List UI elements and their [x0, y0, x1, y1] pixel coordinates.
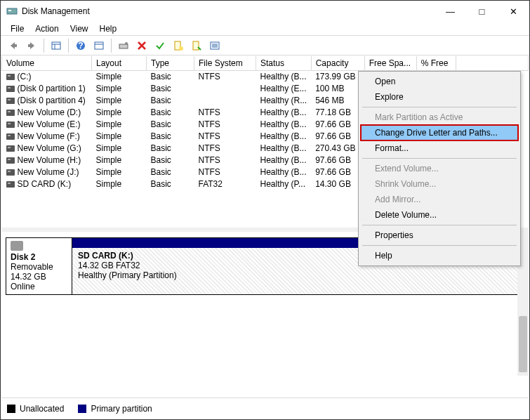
svg-rect-2	[14, 44, 17, 47]
cell-layout: Simple	[92, 83, 147, 95]
volume-name: (Disk 0 partition 1)	[18, 84, 86, 93]
col-type[interactable]: Type	[147, 56, 194, 70]
cell-status: Healthy (B...	[256, 155, 312, 166]
close-button[interactable]: ✕	[498, 1, 529, 22]
disk-name: Disk 2	[11, 252, 67, 262]
drive-icon	[6, 98, 15, 104]
ctx-change-drive-letter[interactable]: Change Drive Letter and Paths...	[361, 125, 518, 140]
cell-type: Basic	[147, 178, 194, 190]
drive-icon	[6, 133, 15, 140]
menu-file[interactable]: File	[5, 22, 29, 35]
cell-status: Healthy (B...	[256, 143, 312, 155]
cell-type: Basic	[147, 107, 194, 119]
col-spacer	[456, 56, 528, 70]
drive-icon	[6, 169, 15, 176]
help-button[interactable]: ?	[72, 37, 89, 54]
ctx-delete[interactable]: Delete Volume...	[361, 207, 518, 223]
cell-capacity: 97.66 GB	[311, 166, 364, 178]
ctx-format[interactable]: Format...	[361, 140, 518, 156]
legend-primary: Primary partition	[91, 404, 152, 414]
svg-text:?: ?	[78, 41, 83, 51]
toolbar: ?	[1, 36, 529, 55]
list-button[interactable]	[206, 37, 223, 54]
cell-layout: Simple	[92, 95, 147, 107]
volume-name: New Volume (D:)	[18, 107, 81, 117]
col-fs[interactable]: File System	[194, 56, 256, 70]
svg-rect-15	[193, 41, 199, 50]
scrollbar-thumb[interactable]	[519, 316, 527, 372]
svg-point-12	[125, 42, 128, 45]
minimize-button[interactable]: —	[435, 1, 466, 22]
ctx-explore[interactable]: Explore	[361, 89, 518, 105]
ctx-properties[interactable]: Properties	[361, 228, 518, 243]
cell-layout: Simple	[92, 70, 147, 83]
swatch-unallocated	[7, 405, 15, 413]
cell-fs: FAT32	[194, 178, 256, 190]
cell-fs: NTFS	[194, 131, 256, 143]
properties-button[interactable]	[188, 37, 205, 54]
cell-fs: NTFS	[194, 143, 256, 155]
svg-rect-1	[8, 10, 11, 11]
cell-type: Basic	[147, 143, 194, 155]
check-button[interactable]	[152, 37, 168, 54]
cell-type: Basic	[147, 83, 194, 95]
col-pct[interactable]: % Free	[416, 56, 456, 70]
cell-layout: Simple	[92, 131, 147, 143]
volume-name: (C:)	[18, 72, 32, 81]
ctx-help[interactable]: Help	[361, 248, 518, 263]
partition-status: Healthy (Primary Partition)	[78, 270, 518, 280]
drive-icon	[6, 122, 15, 128]
swatch-primary	[78, 405, 86, 413]
col-status[interactable]: Status	[256, 56, 312, 70]
col-capacity[interactable]: Capacity	[311, 56, 364, 70]
cell-status: Healthy (E...	[256, 83, 312, 95]
cell-type: Basic	[147, 166, 194, 178]
legend: Unallocated Primary partition	[1, 398, 529, 419]
delete-button[interactable]	[133, 37, 150, 54]
cell-capacity: 77.18 GB	[311, 107, 364, 119]
cell-layout: Simple	[92, 119, 147, 131]
maximize-button[interactable]: □	[466, 1, 498, 22]
cell-status: Healthy (B...	[256, 70, 312, 83]
new-button[interactable]	[170, 37, 187, 54]
cell-fs: NTFS	[194, 155, 256, 166]
ctx-shrink: Shrink Volume...	[361, 176, 518, 192]
volume-name: (Disk 0 partition 4)	[18, 96, 86, 105]
menu-action[interactable]: Action	[29, 22, 64, 35]
cell-capacity: 97.66 GB	[311, 119, 364, 131]
menu-help[interactable]: Help	[94, 22, 123, 35]
cell-capacity: 270.43 GB	[311, 143, 364, 155]
col-free[interactable]: Free Spa...	[364, 56, 416, 70]
cell-status: Healthy (P...	[256, 178, 312, 190]
col-volume[interactable]: Volume	[2, 56, 92, 70]
drive-icon	[6, 145, 15, 152]
forward-button[interactable]	[23, 37, 40, 54]
disk-icon	[11, 241, 23, 251]
legend-unallocated: Unallocated	[20, 404, 64, 414]
volume-name: New Volume (E:)	[18, 119, 81, 129]
cell-status: Healthy (B...	[256, 107, 312, 119]
col-layout[interactable]: Layout	[92, 56, 147, 70]
cell-capacity: 546 MB	[311, 95, 364, 107]
back-button[interactable]	[5, 37, 22, 54]
disk-state: Online	[11, 282, 67, 291]
show-hide-console-button[interactable]	[48, 37, 65, 54]
refresh-button[interactable]	[115, 37, 132, 54]
cell-status: Healthy (B...	[256, 119, 312, 131]
cell-fs: NTFS	[194, 70, 256, 83]
drive-icon	[6, 157, 15, 164]
disk-header[interactable]: Disk 2 Removable 14.32 GB Online	[6, 237, 72, 295]
volume-name: New Volume (F:)	[18, 131, 80, 141]
cell-capacity: 97.66 GB	[311, 131, 364, 143]
cell-fs	[194, 95, 256, 107]
ctx-extend: Extend Volume...	[361, 161, 518, 176]
menu-view[interactable]: View	[65, 22, 94, 35]
cell-layout: Simple	[92, 178, 147, 190]
ctx-open[interactable]: Open	[361, 74, 518, 89]
title-bar: Disk Management — □ ✕	[1, 1, 529, 22]
svg-point-14	[179, 46, 183, 51]
context-menu: Open Explore Mark Partition as Active Ch…	[358, 71, 521, 266]
cell-type: Basic	[147, 95, 194, 107]
ctx-mirror: Add Mirror...	[361, 192, 518, 207]
settings-button[interactable]	[91, 37, 107, 54]
